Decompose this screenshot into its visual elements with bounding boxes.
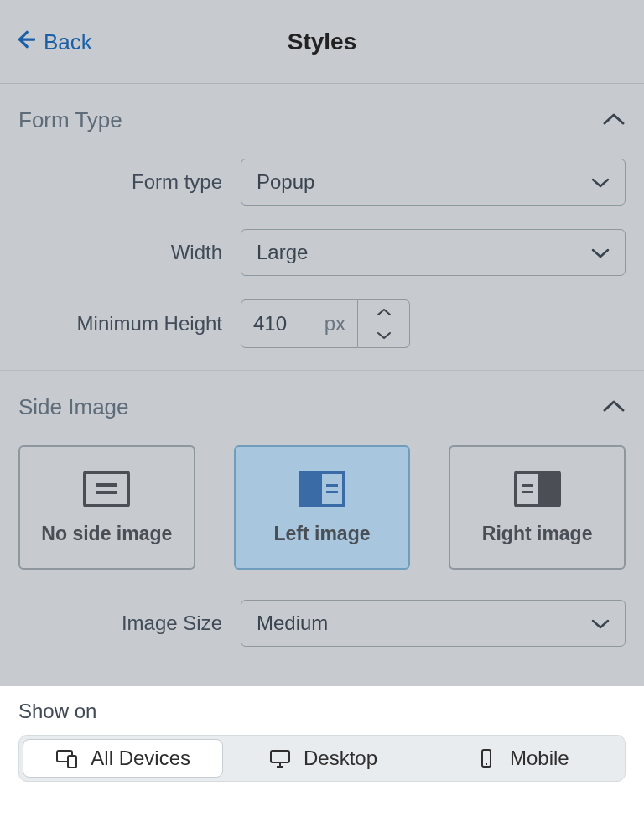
- back-label: Back: [44, 29, 92, 55]
- chevron-down-icon: [591, 241, 610, 264]
- min-height-stepper: [358, 299, 410, 348]
- seg-all-devices[interactable]: All Devices: [23, 739, 223, 778]
- chevron-up-icon: [602, 398, 626, 417]
- chevron-down-icon: [591, 170, 610, 194]
- all-devices-icon: [55, 748, 79, 768]
- show-on-segmented: All Devices Desktop Mobile: [18, 735, 626, 782]
- select-image-size[interactable]: Medium: [241, 600, 626, 647]
- desktop-icon: [268, 748, 292, 768]
- option-right-image-label: Right image: [482, 523, 593, 545]
- select-width-value: Large: [257, 241, 308, 264]
- option-right-image[interactable]: Right image: [449, 445, 626, 570]
- section-side-image-header[interactable]: Side Image: [18, 394, 626, 420]
- svg-rect-2: [68, 756, 76, 768]
- select-form-type-value: Popup: [257, 170, 314, 194]
- seg-desktop-label: Desktop: [304, 747, 377, 770]
- section-form-type: Form Type Form type Popup Width Large Mi…: [0, 84, 644, 371]
- min-height-input-wrap: 410 px: [241, 299, 410, 348]
- svg-rect-3: [271, 751, 289, 762]
- label-min-height: Minimum Height: [18, 312, 241, 336]
- min-height-value: 410: [253, 312, 287, 336]
- right-image-icon: [514, 471, 561, 507]
- option-left-image[interactable]: Left image: [234, 445, 411, 570]
- section-side-image: Side Image No side image Left image: [0, 371, 644, 658]
- label-image-size: Image Size: [18, 611, 241, 635]
- chevron-down-icon: [377, 328, 392, 343]
- min-height-input[interactable]: 410 px: [241, 299, 358, 348]
- option-no-side-image-label: No side image: [41, 523, 172, 545]
- section-side-image-title: Side Image: [18, 394, 129, 420]
- left-image-icon: [299, 471, 345, 507]
- chevron-down-icon: [591, 611, 610, 635]
- select-form-type[interactable]: Popup: [241, 159, 626, 206]
- no-side-image-icon: [83, 471, 130, 507]
- back-button[interactable]: Back: [13, 0, 92, 84]
- chevron-up-icon: [602, 112, 626, 130]
- section-form-type-title: Form Type: [18, 107, 122, 133]
- option-no-side-image[interactable]: No side image: [18, 445, 195, 570]
- stepper-down[interactable]: [358, 324, 409, 347]
- header-bar: Back Styles: [0, 0, 644, 84]
- seg-all-devices-label: All Devices: [91, 747, 190, 770]
- select-width[interactable]: Large: [241, 229, 626, 276]
- seg-mobile[interactable]: Mobile: [423, 739, 621, 778]
- show-on-label: Show on: [18, 700, 626, 723]
- row-width: Width Large: [18, 229, 626, 276]
- row-image-size: Image Size Medium: [18, 600, 626, 647]
- seg-mobile-label: Mobile: [510, 747, 569, 770]
- select-image-size-value: Medium: [257, 611, 328, 635]
- mobile-icon: [475, 748, 498, 768]
- row-form-type: Form type Popup: [18, 159, 626, 206]
- chevron-up-icon: [377, 304, 392, 320]
- row-min-height: Minimum Height 410 px: [18, 299, 626, 348]
- section-form-type-header[interactable]: Form Type: [18, 107, 626, 133]
- side-image-options: No side image Left image Right image: [18, 445, 626, 570]
- label-width: Width: [18, 241, 241, 264]
- show-on-panel: Show on All Devices Desktop: [0, 686, 644, 817]
- label-form-type: Form type: [18, 170, 241, 194]
- option-left-image-label: Left image: [273, 523, 370, 545]
- stepper-up[interactable]: [358, 300, 409, 324]
- arrow-left-icon: [13, 29, 35, 56]
- seg-desktop[interactable]: Desktop: [223, 739, 422, 778]
- page-title: Styles: [288, 29, 357, 55]
- min-height-unit: px: [325, 312, 345, 336]
